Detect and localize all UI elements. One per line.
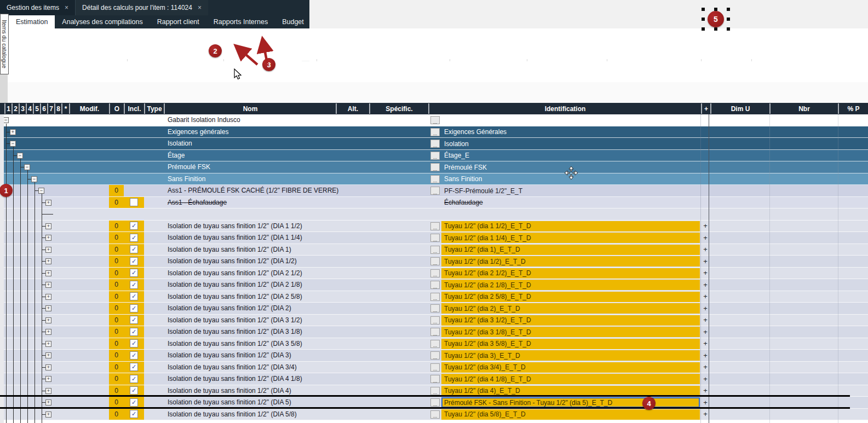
identification-cell[interactable]: Tuyau 1/2" (dia 1/2)_E_T_D (441, 256, 700, 266)
o-cell[interactable]: 0 (109, 221, 124, 232)
selection-handle[interactable] (727, 8, 730, 11)
table-row[interactable]: −Prémoulé FSK...Prémoulé FSK (0, 161, 868, 173)
ellipsis-button[interactable]: ... (430, 140, 440, 148)
checkbox-checked[interactable]: ✓ (130, 410, 138, 418)
column-header[interactable]: Type (144, 103, 164, 114)
o-cell[interactable]: 0 (109, 185, 124, 196)
ellipsis-button[interactable]: ... (430, 328, 440, 336)
checkbox-checked[interactable]: ✓ (130, 245, 138, 253)
column-header[interactable]: 7 (47, 103, 54, 114)
checkbox-checked[interactable]: ✓ (130, 292, 138, 300)
identification-cell[interactable]: Tuyau 1/2" (dia 1 1/4)_E_T_D (441, 233, 700, 243)
ellipsis-button[interactable]: ... (430, 293, 440, 301)
o-cell[interactable]: 0 (109, 397, 124, 408)
ellipsis-button[interactable]: ... (430, 363, 440, 372)
checkbox-checked[interactable]: ✓ (130, 316, 138, 324)
ellipsis-button[interactable]: ... (430, 351, 440, 360)
o-cell[interactable]: 0 (109, 315, 124, 326)
o-cell[interactable]: 0 (109, 244, 124, 256)
table-row[interactable]: −Isolation...Isolation (0, 138, 868, 150)
table-row[interactable]: +0✓Isolation de tuyau sans finition 1/2"… (0, 268, 868, 280)
o-cell[interactable]: 0 (109, 373, 124, 385)
o-cell[interactable]: 0 (109, 279, 124, 291)
ellipsis-button[interactable]: ... (430, 116, 440, 124)
checkbox-checked[interactable]: ✓ (130, 257, 138, 265)
menu-analyses-compilations[interactable]: Analyses des compilations (55, 15, 150, 28)
table-row[interactable]: +0✓Isolation de tuyau sans finition 1/2"… (0, 244, 868, 256)
o-cell[interactable]: 0 (109, 326, 124, 338)
ellipsis-button[interactable]: ... (430, 387, 440, 395)
ellipsis-button[interactable]: ... (430, 257, 440, 265)
expand-icon[interactable]: + (45, 247, 51, 253)
column-header[interactable]: Incl. (124, 103, 144, 114)
table-row[interactable]: +0✓Isolation de tuyau sans finition 1/2"… (0, 373, 868, 385)
collapse-icon[interactable]: − (17, 153, 23, 159)
checkbox-checked[interactable]: ✓ (130, 339, 138, 347)
table-row[interactable]: +0Ass1 - ÉchafaudageÉchafaudage (0, 197, 868, 209)
identification-cell[interactable]: Tuyau 1/2" (dia 5/8)_E_T_D (441, 409, 700, 420)
expand-icon[interactable]: + (45, 282, 51, 288)
column-header[interactable]: 1 (4, 103, 12, 114)
ellipsis-button[interactable]: ... (430, 304, 440, 312)
expand-icon[interactable]: + (45, 200, 51, 206)
identification-cell[interactable]: Tuyau 1/2" (dia 2 1/8)_E_T_D (441, 280, 700, 290)
table-row[interactable]: +0✓Isolation de tuyau sans finition 1/2"… (0, 256, 868, 268)
identification-cell[interactable]: Tuyau 1/2" (dia 1 1/2)_E_T_D (441, 221, 700, 231)
identification-cell[interactable]: Prémoulé FSK (441, 162, 700, 172)
identification-cell[interactable]: Tuyau 1/2" (dia 3 1/2)_E_T_D (441, 315, 700, 326)
ellipsis-button[interactable]: ... (430, 187, 440, 195)
table-row[interactable]: +0✓Isolation de tuyau sans finition 1/2"… (0, 303, 868, 315)
selection-handle[interactable] (714, 8, 717, 11)
checkbox-checked[interactable]: ✓ (130, 234, 138, 242)
checkbox-checked[interactable]: ✓ (130, 269, 138, 277)
collapse-icon[interactable]: − (24, 164, 30, 170)
table-row[interactable] (0, 208, 868, 221)
expand-icon[interactable]: + (45, 329, 51, 335)
ellipsis-button[interactable]: ... (430, 281, 440, 289)
expand-icon[interactable]: + (45, 341, 51, 347)
identification-cell[interactable]: Tuyau 1/2" (dia 3)_E_T_D (441, 350, 700, 361)
table-row[interactable]: +0✓Isolation de tuyau sans finition 1/2"… (0, 350, 868, 362)
checkbox-checked[interactable]: ✓ (130, 398, 138, 407)
checkbox-checked[interactable]: ✓ (130, 375, 138, 383)
collapse-icon[interactable]: − (38, 188, 44, 194)
collapse-icon[interactable]: − (31, 176, 37, 182)
menu-budget[interactable]: Budget (275, 15, 311, 28)
column-header[interactable]: 4 (26, 103, 33, 114)
column-header[interactable]: 5 (33, 103, 40, 114)
ellipsis-button[interactable]: ... (430, 316, 440, 325)
o-cell[interactable]: 0 (109, 268, 124, 279)
identification-cell[interactable]: Tuyau 1/2" (dia 2)_E_T_D (441, 303, 700, 314)
ellipsis-button[interactable]: ... (430, 152, 440, 160)
column-header[interactable]: Nbr (769, 103, 838, 114)
identification-cell[interactable]: Tuyau 1/2" (dia 4)_E_T_D (441, 386, 700, 396)
o-cell[interactable]: 0 (109, 338, 124, 350)
expand-icon[interactable]: + (45, 364, 51, 370)
column-header[interactable]: % P (838, 103, 868, 114)
identification-cell[interactable]: Échafaudage (441, 198, 700, 208)
o-cell[interactable]: 0 (109, 362, 124, 373)
ellipsis-button[interactable]: ... (430, 398, 440, 407)
column-header[interactable]: Identification (428, 103, 701, 114)
o-cell[interactable]: 0 (109, 291, 124, 303)
menu-rapport-client[interactable]: Rapport client (150, 15, 206, 28)
o-cell[interactable]: 0 (109, 303, 124, 314)
expand-icon[interactable]: + (45, 399, 51, 405)
selection-handle[interactable] (714, 27, 717, 31)
column-header[interactable]: Alt. (336, 103, 369, 114)
identification-cell[interactable]: Tuyau 1/2" (dia 2 1/2)_E_T_D (441, 268, 700, 279)
expand-icon[interactable]: + (45, 352, 51, 358)
selection-handle[interactable] (702, 18, 705, 21)
ellipsis-button[interactable]: ... (430, 163, 440, 171)
collapse-icon[interactable]: − (10, 141, 16, 147)
ellipsis-button[interactable]: ... (430, 269, 440, 277)
column-header[interactable]: Dim U (710, 103, 769, 114)
expand-icon[interactable]: + (45, 388, 51, 394)
expand-icon[interactable]: + (45, 270, 51, 276)
table-row[interactable]: +0✓Isolation de tuyau sans finition 1/2"… (0, 232, 868, 244)
checkbox-checked[interactable]: ✓ (130, 328, 138, 336)
table-row[interactable]: +0✓Isolation de tuyau sans finition 1/2"… (0, 362, 868, 374)
identification-cell[interactable]: Isolation (441, 138, 700, 149)
column-header[interactable]: + (701, 103, 710, 114)
table-row[interactable]: −Gabarit Isolation Indusco... (0, 114, 868, 126)
